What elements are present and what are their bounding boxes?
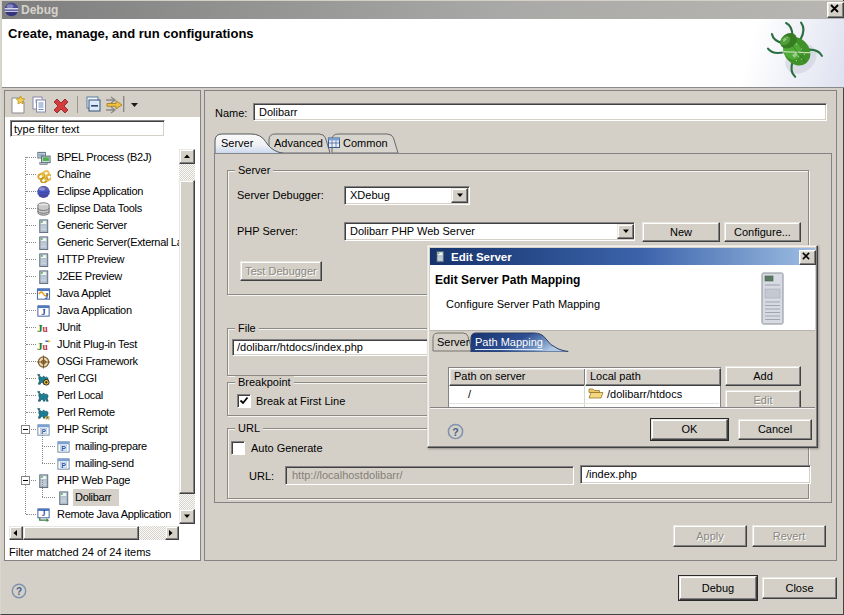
svg-text:u: u <box>43 324 48 334</box>
svg-text:?: ? <box>16 586 22 597</box>
svg-text:R: R <box>45 414 50 421</box>
svg-text:u: u <box>43 342 48 352</box>
svg-text:P: P <box>61 445 66 452</box>
svg-text:P: P <box>61 462 66 469</box>
svg-text:J: J <box>41 307 46 317</box>
svg-text:J: J <box>42 509 46 518</box>
svg-text:?: ? <box>452 426 458 438</box>
svg-text:J: J <box>44 292 48 301</box>
